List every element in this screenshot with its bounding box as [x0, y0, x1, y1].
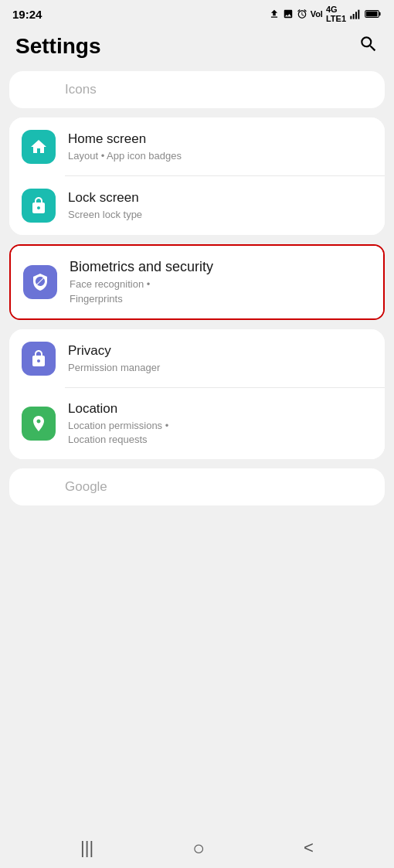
home-screen-subtitle: Layout • App icon badges — [68, 149, 372, 163]
partial-top-item: Icons — [9, 71, 385, 108]
search-icon[interactable] — [358, 34, 379, 59]
biometrics-icon-container — [23, 265, 57, 299]
header: Settings — [0, 28, 394, 71]
home-screen-item[interactable]: Home screen Layout • App icon badges — [9, 117, 385, 176]
status-icons: Vol 4GLTE1 — [269, 5, 382, 23]
vol-label: Vol — [311, 9, 323, 19]
svg-rect-5 — [379, 12, 380, 15]
lte-label: 4GLTE1 — [326, 5, 346, 23]
home-lock-group: Home screen Layout • App icon badges Loc… — [9, 117, 385, 235]
partial-bottom-item: Google — [9, 468, 385, 505]
partial-bottom-label: Google — [65, 479, 107, 494]
home-screen-text: Home screen Layout • App icon badges — [68, 131, 372, 163]
nav-menu-icon[interactable]: ||| — [80, 838, 93, 858]
privacy-text: Privacy Permission manager — [68, 342, 372, 375]
svg-rect-3 — [358, 10, 359, 19]
page-title: Settings — [15, 34, 100, 59]
biometrics-item[interactable]: Biometrics and security Face recognition… — [11, 246, 383, 318]
partial-top-label: Icons — [65, 82, 97, 97]
settings-list: Icons Home screen Layout • App icon badg… — [0, 71, 394, 505]
alarm-icon — [297, 9, 307, 19]
privacy-icon-container — [22, 342, 56, 376]
nav-bar: ||| ○ < — [0, 828, 394, 868]
lock-screen-text: Lock screen Screen lock type — [68, 189, 372, 222]
biometrics-text: Biometrics and security Face recognition… — [70, 258, 371, 306]
location-text: Location Location permissions • Location… — [68, 400, 372, 447]
home-screen-icon-container — [22, 130, 56, 164]
svg-rect-1 — [353, 14, 355, 19]
privacy-title: Privacy — [68, 342, 372, 359]
location-subtitle: Location permissions • Location requests — [68, 419, 372, 447]
biometrics-subtitle: Face recognition • Fingerprints — [70, 277, 371, 305]
lock-screen-item[interactable]: Lock screen Screen lock type — [9, 176, 385, 235]
battery-icon — [365, 9, 382, 19]
location-item[interactable]: Location Location permissions • Location… — [9, 388, 385, 459]
nav-back-icon[interactable]: < — [304, 838, 314, 858]
home-icon — [29, 138, 48, 156]
privacy-location-group: Privacy Permission manager Location Loca… — [9, 329, 385, 459]
location-icon — [29, 414, 48, 433]
privacy-item[interactable]: Privacy Permission manager — [9, 329, 385, 388]
svg-rect-6 — [366, 12, 378, 17]
image-icon — [283, 9, 294, 19]
svg-rect-0 — [350, 16, 352, 19]
privacy-icon — [29, 349, 48, 368]
status-bar: 19:24 Vol 4GLTE1 — [0, 0, 394, 28]
lock-screen-subtitle: Screen lock type — [68, 208, 372, 222]
lock-icon — [29, 196, 48, 215]
biometrics-inner: Biometrics and security Face recognition… — [9, 244, 385, 320]
status-time: 19:24 — [12, 8, 42, 21]
location-title: Location — [68, 400, 372, 417]
nav-home-icon[interactable]: ○ — [192, 836, 205, 860]
lock-screen-icon-container — [22, 189, 56, 223]
biometrics-title: Biometrics and security — [70, 258, 371, 276]
location-icon-container — [22, 407, 56, 441]
signal-icon — [349, 9, 362, 19]
privacy-subtitle: Permission manager — [68, 361, 372, 375]
upload-icon — [269, 9, 280, 19]
home-screen-title: Home screen — [68, 131, 372, 148]
biometrics-card: Biometrics and security Face recognition… — [9, 244, 385, 320]
lock-screen-title: Lock screen — [68, 189, 372, 206]
svg-rect-2 — [355, 12, 357, 19]
shield-icon — [31, 273, 49, 291]
